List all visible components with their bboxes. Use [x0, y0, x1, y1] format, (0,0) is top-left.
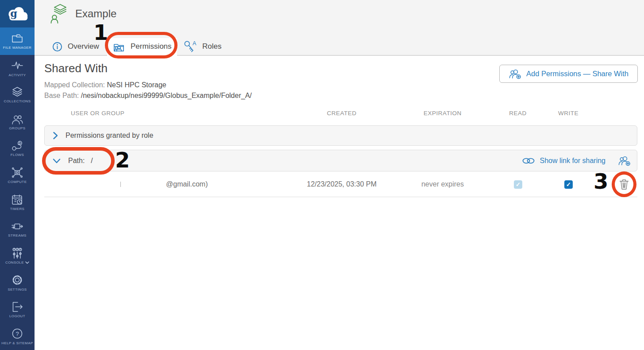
- sidebar-item-label: FLOWS: [11, 153, 24, 157]
- sidebar-item-label: COMPUTE: [8, 180, 27, 184]
- show-link-for-sharing[interactable]: Show link for sharing: [522, 157, 605, 165]
- sidebar-item-label: COLLECTIONS: [4, 100, 31, 104]
- sidebar-item-streams[interactable]: STREAMS: [0, 216, 35, 243]
- sidebar-item-logout[interactable]: LOGOUT: [0, 296, 35, 323]
- tab-label: Roles: [202, 42, 221, 51]
- svg-text:g: g: [10, 8, 17, 19]
- activity-pulse-icon: [11, 59, 23, 72]
- help-question-icon: ?: [11, 327, 23, 340]
- add-people-icon: [509, 69, 521, 79]
- sidebar-item-label: FILE MANAGER: [3, 46, 31, 50]
- read-checkbox[interactable]: [514, 180, 522, 189]
- sidebar-item-compute[interactable]: COMPUTE: [0, 162, 35, 189]
- sidebar-item-settings[interactable]: SETTINGS: [0, 269, 35, 296]
- tab-overview[interactable]: Overview: [52, 38, 99, 55]
- path-value: /: [91, 157, 93, 165]
- permission-row: @gmail.com) 12/23/2025, 03:30 PM never e…: [44, 171, 637, 197]
- sidebar-item-activity[interactable]: ACTIVITY: [0, 55, 35, 82]
- mapped-collection-label: Mapped Collection:: [44, 81, 105, 89]
- show-link-label: Show link for sharing: [540, 157, 605, 165]
- logout-icon: [11, 301, 23, 313]
- sidebar-item-collections[interactable]: COLLECTIONS: [0, 82, 35, 109]
- sidebar-item-label: SETTINGS: [8, 288, 27, 292]
- sidebar-item-console[interactable]: CONSOLE: [0, 243, 35, 270]
- base-path-value: /nesi/nobackup/nesi99999/Globus_Example/…: [81, 92, 252, 99]
- permissions-folder-people-icon: [112, 41, 125, 53]
- collection-title-group: Example: [50, 4, 116, 24]
- guest-collection-icon: [50, 4, 68, 24]
- compute-chip-icon: [11, 167, 23, 179]
- globus-cloud-icon: g: [5, 5, 30, 23]
- tab-label: Permissions: [131, 42, 172, 51]
- tab-roles[interactable]: A Roles: [183, 38, 221, 55]
- sidebar-item-label: CONSOLE: [5, 261, 24, 265]
- link-icon: [522, 157, 535, 165]
- path-group-row[interactable]: Path: / Show link for sharing: [44, 150, 637, 171]
- sidebar-item-file-manager[interactable]: FILE MANAGER: [0, 27, 35, 55]
- write-checkbox[interactable]: [564, 180, 573, 189]
- base-path-line: Base Path: /nesi/nobackup/nesi99999/Glob…: [44, 92, 252, 100]
- calendar-clock-icon: [11, 194, 23, 206]
- layers-icon: [11, 86, 23, 98]
- chevron-right-icon: [53, 132, 58, 140]
- role-group-label: Permissions granted by role: [66, 132, 153, 140]
- column-header-expiration: EXPIRATION: [398, 110, 487, 117]
- sidebar-item-label: LOGOUT: [9, 315, 25, 319]
- svg-text:A: A: [193, 40, 197, 46]
- page-header: Example Overview Permissions A Roles: [35, 0, 644, 56]
- sidebar-item-groups[interactable]: GROUPS: [0, 109, 35, 136]
- sidebar-item-flows[interactable]: FLOWS: [0, 136, 35, 163]
- gear-icon: [11, 274, 23, 286]
- sidebar: g FILE MANAGER ACTIVITY COLLECTIONS GROU…: [0, 0, 35, 350]
- sidebar-item-label: HELP & SITEMAP: [1, 342, 33, 346]
- column-header-read: READ: [496, 110, 540, 117]
- svg-text:?: ?: [15, 331, 19, 337]
- base-path-label: Base Path:: [44, 92, 79, 99]
- permission-created: 12/23/2025, 03:30 PM: [297, 180, 386, 188]
- role-permissions-group-row[interactable]: Permissions granted by role: [44, 125, 637, 146]
- tab-permissions[interactable]: Permissions: [112, 38, 172, 55]
- chevron-down-icon: [25, 261, 29, 264]
- folder-icon: [11, 32, 23, 44]
- info-icon: [52, 42, 62, 52]
- console-sliders-icon: [11, 247, 23, 259]
- redacted-text-mark: [120, 182, 121, 187]
- column-header-write: WRITE: [546, 110, 590, 117]
- sidebar-item-label: TIMERS: [10, 207, 25, 211]
- tab-label: Overview: [68, 42, 99, 51]
- globus-logo[interactable]: g: [0, 0, 35, 27]
- column-header-created: CREATED: [297, 110, 386, 117]
- permission-expiration: never expires: [398, 180, 487, 188]
- chevron-down-icon: [53, 158, 61, 163]
- column-header-user: USER OR GROUP: [71, 110, 124, 117]
- permission-user: @gmail.com): [166, 180, 208, 188]
- sidebar-item-label: GROUPS: [9, 127, 25, 131]
- mapped-collection-line: Mapped Collection: NeSI HPC Storage: [44, 81, 166, 89]
- sidebar-item-timers[interactable]: TIMERS: [0, 189, 35, 216]
- sidebar-item-label: ACTIVITY: [8, 74, 26, 78]
- page-title: Example: [75, 8, 116, 20]
- add-permissions-label: Add Permissions — Share With: [526, 70, 629, 78]
- delete-permission-trash-icon[interactable]: [618, 178, 630, 191]
- sidebar-item-help-sitemap[interactable]: ? HELP & SITEMAP: [0, 323, 35, 350]
- path-label: Path:: [68, 157, 85, 165]
- add-permissions-button[interactable]: Add Permissions — Share With: [499, 65, 638, 83]
- mapped-collection-value: NeSI HPC Storage: [107, 81, 166, 89]
- groups-people-icon: [11, 113, 23, 125]
- add-permission-to-path-icon[interactable]: [618, 155, 631, 167]
- flows-icon: [11, 140, 23, 152]
- streams-icon: [11, 220, 23, 232]
- sidebar-item-label: STREAMS: [8, 234, 26, 238]
- section-title: Shared With: [44, 62, 108, 75]
- roles-key-icon: A: [183, 40, 197, 54]
